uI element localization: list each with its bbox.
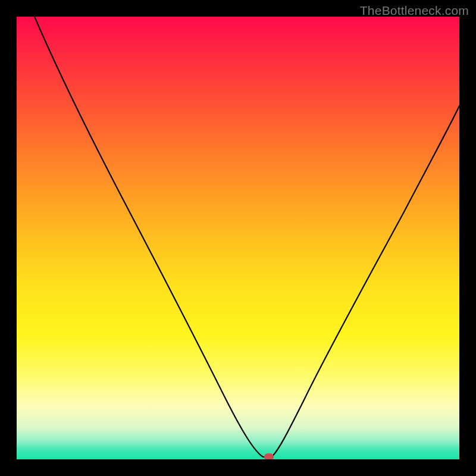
chart-frame: TheBottleneck.com (0, 0, 476, 476)
min-marker (264, 453, 274, 459)
bottleneck-curve (17, 17, 459, 459)
watermark-text: TheBottleneck.com (360, 4, 469, 18)
plot-area (17, 17, 459, 459)
